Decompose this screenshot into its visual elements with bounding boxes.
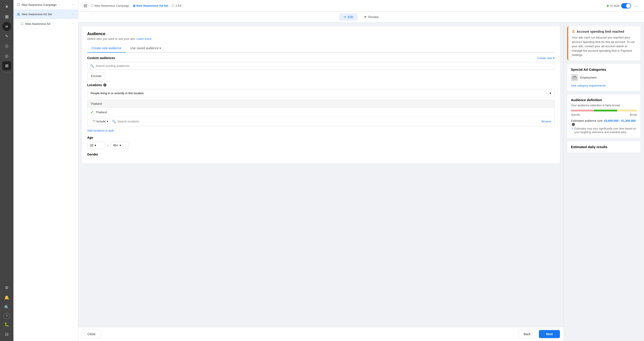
more-options-button[interactable]: …: [633, 3, 640, 9]
broad-label: Broad: [630, 113, 637, 116]
create-new-button[interactable]: Create new ▾: [537, 56, 554, 60]
adset-icon: ⊞: [17, 12, 20, 16]
draft-toggle[interactable]: [621, 3, 631, 9]
nav-panel: ☐ New Awareness Campaign ··· ⊞ New Aware…: [14, 0, 78, 341]
bar-labels: Specific Broad: [571, 113, 637, 116]
bar-middle: [594, 110, 617, 111]
search-icon[interactable]: 🔍: [2, 303, 11, 312]
compass-icon[interactable]: ◎: [2, 52, 11, 60]
create-new-chevron-icon: ▾: [553, 56, 554, 60]
campaign-more-icon[interactable]: ···: [72, 3, 74, 7]
employment-icon: [571, 74, 578, 81]
age-min-chevron-icon: ▾: [94, 144, 96, 147]
ad-more-icon[interactable]: ···: [72, 22, 74, 26]
location-search-input[interactable]: [118, 120, 540, 123]
breadcrumb-ad-icon: ☐: [172, 4, 174, 8]
bell-icon[interactable]: 🔔: [2, 293, 11, 302]
adset-more-icon[interactable]: ···: [72, 12, 74, 16]
est-note: ↗ Estimates may vary significantly over …: [571, 127, 637, 135]
custom-audiences-header: Custom audiences Create new ▾: [87, 56, 554, 60]
edit-review-bar: ✏ Edit 👁 Review: [78, 12, 644, 23]
estimated-size: Estimated audience size: 43,600,000 - 51…: [571, 119, 637, 126]
bar-specific: [571, 110, 594, 111]
settings-icon[interactable]: ⚙: [2, 283, 11, 292]
breadcrumb-adset-icon: ⊞: [133, 4, 136, 8]
clock-icon[interactable]: ◷: [2, 42, 11, 51]
age-max-chevron-icon: ▾: [120, 144, 121, 147]
help-icon[interactable]: ?: [4, 313, 10, 319]
audience-search-box: 🔍: [87, 62, 554, 70]
form-area: Audience Define who you want to see your…: [78, 23, 564, 341]
bar-broad: [617, 110, 637, 111]
main-area: ☐ New Awareness Campaign › ⊞ New Awarene…: [78, 0, 644, 341]
browse-button[interactable]: Browse: [542, 120, 551, 123]
bar-chart-icon[interactable]: ▦: [2, 12, 11, 21]
divider: [3, 73, 10, 73]
employment-row: Employment: [571, 74, 637, 81]
form-panel: Audience Define who you want to see your…: [78, 23, 564, 327]
locations-info-icon[interactable]: i: [103, 84, 106, 87]
learn-more-link[interactable]: Learn more: [136, 37, 151, 41]
gender-label: Gender: [87, 153, 554, 156]
age-row: 20 ▾ – 65+ ▾: [87, 142, 554, 149]
toggle-knob: [626, 4, 630, 8]
grid-icon[interactable]: ⊞: [2, 61, 11, 70]
estimated-daily-results-card: Estimated daily results: [567, 141, 640, 152]
ad-label: New Awareness Ad: [25, 22, 70, 26]
bug-icon[interactable]: 🐛: [2, 320, 11, 329]
audience-search-input[interactable]: [96, 64, 552, 68]
edit-pencil-icon: ✏: [344, 15, 346, 19]
sidebar-item-campaign[interactable]: ☐ New Awareness Campaign ···: [14, 0, 78, 10]
special-ad-categories-title: Special Ad Categories: [571, 68, 637, 71]
age-max-dropdown[interactable]: 65+ ▾: [110, 142, 128, 149]
see-category-requirements-link[interactable]: See category requirements: [571, 84, 637, 87]
close-button[interactable]: Close: [82, 330, 101, 338]
campaign-label: New Awareness Campaign: [22, 3, 70, 7]
custom-audiences-label: Custom audiences: [87, 56, 115, 60]
adset-label: New Awareness Ad Set: [22, 13, 70, 16]
status-text: In draft: [610, 4, 620, 8]
tab-use-saved[interactable]: Use saved audience ▾: [126, 44, 166, 53]
back-button[interactable]: Back: [518, 330, 536, 338]
sidebar-item-ad[interactable]: ☐ New Awareness Ad ···: [14, 19, 78, 29]
breadcrumb-adset[interactable]: ⊞ New Awareness Ad Set: [133, 4, 168, 8]
alert-title: ⚠ Account spending limit reached: [572, 29, 637, 34]
include-chevron-icon: ▾: [107, 120, 108, 123]
age-label: Age: [87, 136, 554, 139]
breadcrumb-sep-2: ›: [170, 4, 170, 8]
svg-rect-2: [84, 7, 87, 7]
sidebar-item-adset[interactable]: ⊞ New Awareness Ad Set ···: [14, 10, 78, 19]
breadcrumb-campaign[interactable]: ☐ New Awareness Campaign: [91, 4, 129, 8]
broad-text: Your audience selection is fairly broad.: [571, 104, 637, 107]
location-item-thailand: ✔ Thailand: [88, 108, 554, 117]
ad-icon: ☐: [20, 22, 24, 26]
est-size-info-icon[interactable]: i: [572, 123, 575, 126]
edit-icon[interactable]: ✎: [2, 32, 11, 41]
next-button[interactable]: Next: [539, 330, 560, 338]
tab-create-new[interactable]: Create new audience: [87, 44, 126, 53]
audience-search-icon: 🔍: [90, 64, 94, 68]
close-icon[interactable]: ✕: [2, 2, 11, 11]
top-bar: ☐ New Awareness Campaign › ⊞ New Awarene…: [78, 0, 644, 12]
sidebar-toggle-button[interactable]: [82, 2, 89, 10]
svg-rect-3: [572, 77, 576, 79]
bottom-bar: Close Back Next: [78, 327, 564, 341]
edit-button[interactable]: ✏ Edit: [339, 14, 358, 21]
svg-rect-1: [84, 6, 87, 6]
location-type-dropdown[interactable]: People living in or recently in this loc…: [87, 89, 554, 97]
add-bulk-link[interactable]: Add locations in bulk: [87, 129, 114, 132]
alert-card: ⚠ Account spending limit reached Your ad…: [567, 26, 640, 60]
special-ad-categories-card: Special Ad Categories Employment See cat…: [567, 64, 640, 91]
breadcrumb: ☐ New Awareness Campaign › ⊞ New Awarene…: [91, 4, 181, 8]
tab-chevron-icon: ▾: [160, 46, 161, 50]
svg-rect-0: [84, 5, 87, 5]
review-button[interactable]: 👁 Review: [359, 14, 383, 21]
include-dropdown[interactable]: 🛡 Include ▾: [90, 119, 110, 124]
estimated-daily-results-title: Estimated daily results: [571, 145, 637, 149]
breadcrumb-ad[interactable]: ☐ 1 Ad: [172, 4, 181, 8]
exclude-button[interactable]: Exclude: [87, 72, 105, 80]
table-icon[interactable]: ⊟: [2, 330, 11, 339]
audience-definition-card: Audience definition Your audience select…: [567, 94, 640, 138]
age-min-dropdown[interactable]: 20 ▾: [87, 142, 105, 149]
audience-definition-title: Audience definition: [571, 98, 637, 102]
